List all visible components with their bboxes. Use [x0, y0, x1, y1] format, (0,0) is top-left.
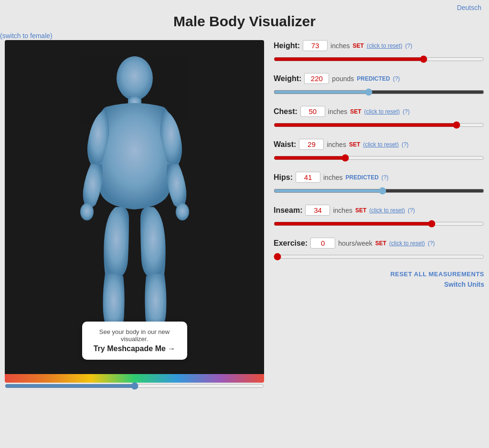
measure-label-row-weight: Weight:poundsPREDICTED(?)	[274, 73, 484, 84]
measure-label-row-waist: Waist:inchesSET(click to reset)(?)	[274, 139, 484, 150]
measure-help-inseam[interactable]: (?)	[408, 207, 415, 214]
measure-help-weight[interactable]: (?)	[393, 75, 400, 82]
measurements-container: Height:inchesSET(click to reset)(?)Weigh…	[274, 40, 484, 262]
body-figure	[58, 50, 211, 365]
measure-input-hips[interactable]	[296, 172, 320, 183]
measure-slider-waist[interactable]	[274, 155, 484, 161]
measure-unit-height: inches	[330, 42, 350, 50]
measure-input-waist[interactable]	[299, 139, 324, 150]
measure-reset-exercise[interactable]: (click to reset)	[389, 240, 425, 247]
measure-reset-waist[interactable]: (click to reset)	[363, 141, 399, 148]
measure-label-row-exercise: Exercise:hours/weekSET(click to reset)(?…	[274, 238, 484, 249]
measure-slider-weight[interactable]	[274, 89, 484, 95]
top-bar: Deutsch	[0, 0, 489, 13]
rotation-slider-wrap	[5, 383, 264, 389]
measure-slider-wrap-height	[274, 54, 484, 64]
measure-input-exercise[interactable]	[310, 238, 335, 249]
measure-name-weight: Weight:	[274, 74, 301, 83]
measure-help-height[interactable]: (?)	[405, 42, 413, 49]
measure-name-exercise: Exercise:	[274, 239, 308, 248]
measure-help-hips[interactable]: (?)	[382, 174, 389, 181]
measure-slider-inseam[interactable]	[274, 220, 484, 227]
measure-label-row-height: Height:inchesSET(click to reset)(?)	[274, 40, 484, 51]
measure-help-chest[interactable]: (?)	[403, 108, 410, 115]
action-row: RESET ALL MEASUREMENTS	[274, 271, 484, 278]
measure-help-exercise[interactable]: (?)	[428, 240, 435, 247]
measure-reset-height[interactable]: (click to reset)	[367, 42, 403, 49]
measure-reset-chest[interactable]: (click to reset)	[364, 108, 400, 115]
rotation-slider[interactable]	[5, 383, 264, 389]
controls-panel: Height:inchesSET(click to reset)(?)Weigh…	[274, 40, 484, 389]
reset-all-button[interactable]: RESET ALL MEASUREMENTS	[390, 271, 484, 278]
switch-units-button[interactable]: Switch Units	[444, 281, 484, 288]
measure-slider-wrap-exercise	[274, 251, 484, 262]
promo-sub-text: See your body in our new visualizer.	[93, 328, 177, 343]
switch-gender-link[interactable]: (switch to female)	[0, 32, 53, 40]
measure-row-height: Height:inchesSET(click to reset)(?)	[274, 40, 484, 64]
measure-help-waist[interactable]: (?)	[402, 141, 409, 148]
measure-reset-inseam[interactable]: (click to reset)	[369, 207, 405, 214]
measure-input-height[interactable]	[303, 40, 328, 51]
measure-name-waist: Waist:	[274, 140, 296, 149]
measure-row-hips: Hips:inchesPREDICTED(?)	[274, 172, 484, 196]
svg-point-0	[117, 56, 153, 100]
measure-badge-weight: PREDICTED	[357, 75, 390, 82]
measure-unit-inseam: inches	[333, 207, 352, 214]
measure-row-inseam: Inseam:inchesSET(click to reset)(?)	[274, 205, 484, 229]
measure-input-weight[interactable]	[304, 73, 329, 84]
measure-name-chest: Chest:	[274, 107, 298, 116]
measure-slider-hips[interactable]	[274, 188, 484, 194]
measure-row-chest: Chest:inchesSET(click to reset)(?)	[274, 106, 484, 130]
visualizer-panel: See your body in our new visualizer. Try…	[5, 40, 264, 389]
page-title: Male Body Visualizer	[0, 13, 489, 30]
measure-name-inseam: Inseam:	[274, 206, 302, 215]
measure-unit-waist: inches	[327, 141, 346, 148]
measure-badge-exercise: SET	[375, 240, 386, 247]
color-bar	[5, 374, 264, 383]
measure-input-chest[interactable]	[300, 106, 325, 117]
measure-input-inseam[interactable]	[305, 205, 330, 216]
measure-slider-chest[interactable]	[274, 122, 484, 128]
measure-unit-exercise: hours/week	[338, 240, 372, 247]
measure-label-row-inseam: Inseam:inchesSET(click to reset)(?)	[274, 205, 484, 216]
measure-slider-exercise[interactable]	[274, 253, 484, 260]
measure-row-weight: Weight:poundsPREDICTED(?)	[274, 73, 484, 97]
measure-slider-wrap-inseam	[274, 219, 484, 229]
measure-unit-hips: inches	[323, 174, 342, 181]
measure-name-hips: Hips:	[274, 173, 293, 182]
body-canvas: See your body in our new visualizer. Try…	[5, 40, 264, 374]
measure-slider-wrap-chest	[274, 120, 484, 130]
measure-row-waist: Waist:inchesSET(click to reset)(?)	[274, 139, 484, 163]
svg-point-2	[80, 203, 94, 220]
measure-row-exercise: Exercise:hours/weekSET(click to reset)(?…	[274, 238, 484, 262]
promo-box[interactable]: See your body in our new visualizer. Try…	[82, 322, 187, 360]
measure-badge-waist: SET	[349, 141, 360, 148]
measure-badge-inseam: SET	[355, 207, 366, 214]
promo-main-text[interactable]: Try Meshcapade Me →	[93, 344, 177, 353]
main-layout: See your body in our new visualizer. Try…	[0, 40, 489, 394]
measure-slider-wrap-weight	[274, 87, 484, 97]
measure-badge-height: SET	[353, 42, 364, 49]
measure-badge-hips: PREDICTED	[345, 174, 378, 181]
measure-name-height: Height:	[274, 42, 300, 50]
measure-unit-chest: inches	[328, 108, 347, 115]
measure-label-row-hips: Hips:inchesPREDICTED(?)	[274, 172, 484, 183]
language-link[interactable]: Deutsch	[457, 4, 481, 11]
measure-slider-wrap-hips	[274, 186, 484, 196]
measure-unit-weight: pounds	[332, 75, 354, 83]
measure-badge-chest: SET	[350, 108, 361, 115]
measure-slider-height[interactable]	[274, 56, 484, 63]
measure-slider-wrap-waist	[274, 153, 484, 163]
svg-point-3	[176, 203, 189, 220]
measure-label-row-chest: Chest:inchesSET(click to reset)(?)	[274, 106, 484, 117]
